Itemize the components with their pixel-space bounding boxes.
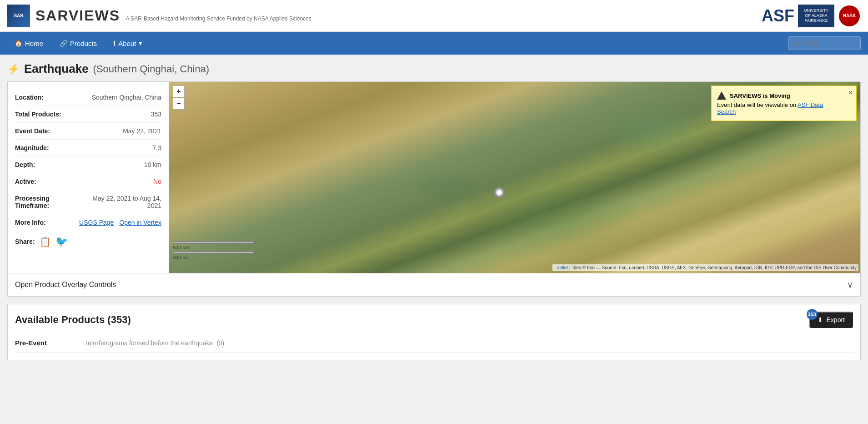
scale-bar-500km [173,241,255,244]
event-info-sidebar: Location: Southern Qinghai, China Total … [8,82,169,273]
zoom-out-button[interactable]: − [173,98,185,110]
nasa-logo: NASA [838,5,861,27]
magnitude-value: 7.3 [153,144,161,151]
event-title: Earthquake [24,62,89,76]
notice-body: Event data will be viewable on ASF Data … [717,101,842,115]
open-in-vertex-link[interactable]: Open in Vertex [119,219,161,226]
info-row-processing: Processing Timeframe: May 22, 2021 to Au… [15,190,161,214]
event-map[interactable]: + − 500 km 300 mi Leaflet | Tiles © Esri… [169,82,860,273]
total-products-value: 353 [151,111,161,118]
products-title: Available Products (353) [15,314,131,326]
active-value: No [153,178,161,185]
export-icon: ⬇ [818,316,823,323]
more-info-label: More Info: [15,219,60,226]
site-logo: SAR [7,5,30,27]
attribution-text: | Tiles © Esri — Source: Esri, i-cubed, … [569,265,857,270]
export-label: Export [827,316,845,323]
processing-value: May 22, 2021 to Aug 14, 2021 [83,195,161,209]
event-panel: Location: Southern Qinghai, China Total … [7,81,861,273]
twitter-icon[interactable]: 🐦 [55,236,68,247]
link-icon: 🔗 [60,40,67,47]
nav-search-input[interactable] [788,36,861,50]
depth-value: 10 km [144,161,161,168]
pre-event-label: Pre-Event [15,339,79,347]
event-date-value: May 22, 2021 [123,127,161,135]
sarviews-notice: × SARVIEWS is Moving Event data will be … [711,86,857,121]
usgs-page-link[interactable]: USGS Page [79,219,114,226]
info-icon: ℹ [113,40,115,47]
nav-products[interactable]: 🔗 Products [52,36,104,51]
map-zoom-controls: + − [173,86,185,110]
copy-link-icon[interactable]: 📋 [40,236,51,247]
asf-text: ASF [762,6,794,25]
info-row-share: Share: 📋 🐦 [15,231,161,252]
event-location: (Southern Qinghai, China) [93,63,210,75]
total-products-label: Total Products: [15,111,61,118]
nav-about-label: About [118,40,136,47]
export-button[interactable]: 353 ⬇ Export [809,312,853,328]
scale-label-300mi: 300 mi [173,255,255,260]
site-header: SAR SARVIEWS A SAR-Based Hazard Monitori… [0,0,868,32]
notice-header: SARVIEWS is Moving [717,91,842,100]
info-row-depth: Depth: 10 km [15,156,161,173]
depth-label: Depth: [15,161,60,168]
site-subtitle: A SAR-Based Hazard Monitoring Service Fu… [126,15,311,22]
chevron-down-icon: ▾ [139,39,142,47]
map-attribution: Leaflet | Tiles © Esri — Source: Esri, i… [552,264,858,271]
products-section: Available Products (353) 353 ⬇ Export Pr… [7,304,861,360]
map-scale: 500 km 300 mi [173,241,255,260]
scale-bar-300mi [173,251,255,254]
active-label: Active: [15,178,60,185]
header-right: ASF UNIVERSITYOF ALASKAFAIRBANKS NASA [762,5,861,27]
magnitude-label: Magnitude: [15,144,60,151]
pre-event-desc: Interferograms formed before the earthqu… [86,339,224,347]
uaf-logo: UNIVERSITYOF ALASKAFAIRBANKS [798,5,834,27]
home-icon: 🏠 [15,40,22,47]
site-title: SARVIEWS [35,7,120,24]
location-label: Location: [15,94,60,101]
info-row-active: Active: No [15,173,161,190]
main-nav: 🏠 Home 🔗 Products ℹ About ▾ [0,32,868,55]
location-value: Southern Qinghai, China [92,94,161,101]
header-left: SAR SARVIEWS A SAR-Based Hazard Monitori… [7,5,311,27]
notice-title: SARVIEWS is Moving [730,92,790,99]
main-content: ⚡ Earthquake (Southern Qinghai, China) L… [0,55,868,368]
share-label: Share: [15,238,35,245]
event-date-label: Event Date: [15,127,60,135]
nav-about[interactable]: ℹ About ▾ [106,35,150,51]
event-header: ⚡ Earthquake (Southern Qinghai, China) [7,62,861,76]
info-row-location: Location: Southern Qinghai, China [15,89,161,106]
info-row-magnitude: Magnitude: 7.3 [15,140,161,156]
leaflet-link[interactable]: Leaflet [554,265,568,270]
nav-home-label: Home [25,40,43,47]
export-count-badge: 353 [807,309,818,320]
scale-label-500km: 500 km [173,245,255,250]
earthquake-icon: ⚡ [7,63,20,75]
products-header: Available Products (353) 353 ⬇ Export [15,312,853,328]
overlay-controls-label: Open Product Overlay Controls [15,281,116,289]
site-title-group: SARVIEWS A SAR-Based Hazard Monitoring S… [35,7,311,24]
product-row-pre-event: Pre-Event Interferograms formed before t… [15,333,853,353]
notice-close-button[interactable]: × [848,89,853,97]
nav-home[interactable]: 🏠 Home [7,36,50,51]
warning-triangle-icon [717,91,726,100]
info-row-more-info: More Info: USGS Page Open in Vertex [15,214,161,231]
asf-logo: ASF [762,6,794,25]
info-row-event-date: Event Date: May 22, 2021 [15,123,161,140]
overlay-controls-bar[interactable]: Open Product Overlay Controls ∨ [7,273,861,297]
processing-label: Processing Timeframe: [15,195,80,209]
zoom-in-button[interactable]: + [173,86,185,97]
info-row-total-products: Total Products: 353 [15,106,161,123]
chevron-down-icon: ∨ [847,280,853,290]
nav-products-label: Products [70,40,97,47]
